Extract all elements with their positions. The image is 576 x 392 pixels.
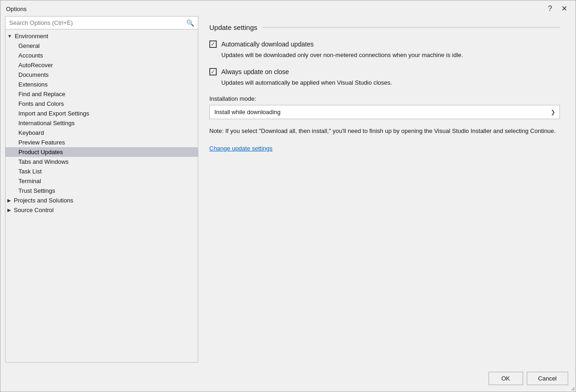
search-box: 🔍 [6, 17, 198, 29]
tree-area: ▼ Environment General Accounts AutoRecov… [6, 29, 198, 362]
tree-item-extensions[interactable]: Extensions [6, 80, 198, 89]
ok-button[interactable]: OK [489, 372, 523, 385]
tree-item-autorecover[interactable]: AutoRecover [6, 60, 198, 70]
cancel-button[interactable]: Cancel [527, 372, 568, 385]
arrow-right-icon2: ▶ [7, 208, 11, 213]
auto-download-desc: Updates will be downloaded only over non… [221, 51, 560, 60]
general-label: General [18, 42, 40, 49]
tree-item-fonts-colors[interactable]: Fonts and Colors [6, 99, 198, 109]
dialog-body: 🔍 ▼ Environment General Accounts AutoRec… [0, 16, 576, 367]
tree-item-accounts[interactable]: Accounts [6, 51, 198, 60]
source-control-label: Source Control [14, 207, 54, 213]
tree-item-find-replace[interactable]: Find and Replace [6, 89, 198, 99]
accounts-label: Accounts [18, 52, 43, 59]
left-panel: 🔍 ▼ Environment General Accounts AutoRec… [5, 16, 198, 363]
auto-download-label: Automatically download updates [221, 40, 314, 48]
tree-item-tabs-windows[interactable]: Tabs and Windows [6, 157, 198, 167]
tree-item-product-updates[interactable]: Product Updates [6, 147, 198, 157]
help-button[interactable]: ? [545, 4, 555, 13]
fonts-colors-label: Fonts and Colors [18, 100, 64, 107]
always-update-label: Always update on close [221, 68, 289, 75]
close-button[interactable]: ✕ [559, 4, 570, 13]
note-text: Note: If you select "Download all, then … [209, 127, 560, 136]
arrow-right-icon: ▶ [7, 198, 11, 203]
tree-item-general[interactable]: General [6, 41, 198, 51]
tree-item-terminal[interactable]: Terminal [6, 176, 198, 186]
auto-download-checkbox[interactable] [209, 40, 217, 48]
tree-item-keyboard[interactable]: Keyboard [6, 128, 198, 138]
installation-mode-label: Installation mode: [209, 95, 560, 102]
preview-label: Preview Features [18, 139, 65, 146]
keyboard-label: Keyboard [18, 129, 44, 136]
dialog-footer: OK Cancel [0, 367, 576, 392]
tree-item-task-list[interactable]: Task List [6, 167, 198, 176]
find-replace-label: Find and Replace [18, 91, 65, 98]
title-bar: Options ? ✕ [0, 0, 576, 16]
trust-settings-label: Trust Settings [18, 187, 55, 194]
tree-item-environment[interactable]: ▼ Environment [6, 31, 198, 41]
tabs-windows-label: Tabs and Windows [18, 158, 69, 165]
tree-item-source-control[interactable]: ▶ Source Control [6, 205, 198, 215]
international-label: International Settings [18, 120, 75, 127]
task-list-label: Task List [18, 168, 42, 175]
section-title: Update settings [209, 23, 257, 31]
terminal-label: Terminal [18, 178, 41, 184]
documents-label: Documents [18, 71, 49, 78]
title-controls: ? ✕ [545, 4, 570, 13]
tree-item-preview[interactable]: Preview Features [6, 138, 198, 147]
options-dialog: Options ? ✕ 🔍 ▼ Environment General [0, 0, 576, 392]
section-divider [263, 27, 560, 28]
product-updates-label: Product Updates [18, 149, 63, 156]
arrow-down-icon: ▼ [7, 34, 12, 39]
always-update-desc: Updates will automatically be applied wh… [221, 78, 560, 87]
search-input[interactable] [6, 17, 183, 29]
search-icon: 🔍 [183, 19, 198, 27]
tree-item-international[interactable]: International Settings [6, 118, 198, 128]
always-update-checkbox[interactable] [209, 68, 217, 75]
auto-download-row: Automatically download updates [209, 40, 560, 48]
tree-item-trust-settings[interactable]: Trust Settings [6, 186, 198, 196]
installation-mode-dropdown[interactable]: Install while downloading Download all, … [209, 105, 560, 119]
installation-mode-dropdown-wrap: Install while downloading Download all, … [209, 105, 560, 119]
change-update-settings-link[interactable]: Change update settings [209, 145, 272, 152]
import-export-label: Import and Export Settings [18, 110, 89, 117]
tree-item-import-export[interactable]: Import and Export Settings [6, 109, 198, 118]
right-panel: Update settings Automatically download u… [198, 16, 571, 363]
resize-handle[interactable]: ◢ [571, 386, 575, 391]
tree-item-projects[interactable]: ▶ Projects and Solutions [6, 196, 198, 205]
section-header: Update settings [209, 23, 560, 31]
environment-label: Environment [15, 33, 48, 40]
projects-label: Projects and Solutions [14, 197, 73, 204]
autorecover-label: AutoRecover [18, 62, 53, 69]
always-update-row: Always update on close [209, 68, 560, 75]
dialog-title: Options [6, 6, 27, 12]
extensions-label: Extensions [18, 81, 48, 88]
tree-item-documents[interactable]: Documents [6, 70, 198, 80]
